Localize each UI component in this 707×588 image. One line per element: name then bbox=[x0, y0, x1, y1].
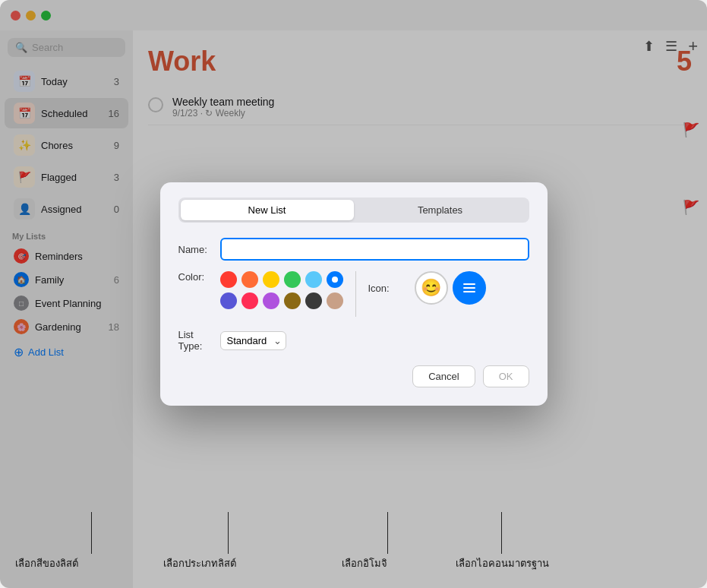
list-type-select[interactable]: Standard Grocery bbox=[220, 331, 286, 350]
list-icon-button[interactable] bbox=[453, 271, 486, 305]
color-red[interactable] bbox=[220, 271, 237, 288]
cancel-button[interactable]: Cancel bbox=[412, 365, 475, 387]
list-type-select-wrapper: Standard Grocery bbox=[220, 331, 286, 350]
name-row: Name: bbox=[178, 238, 529, 261]
svg-rect-0 bbox=[463, 283, 475, 285]
color-icon-divider bbox=[355, 271, 356, 317]
list-type-label: List Type: bbox=[178, 329, 220, 352]
icon-label: Icon: bbox=[368, 283, 410, 294]
list-type-row: List Type: Standard Grocery bbox=[178, 329, 529, 352]
color-icon-row: Color: bbox=[178, 271, 529, 317]
color-dark[interactable] bbox=[305, 292, 322, 309]
color-pink[interactable] bbox=[241, 292, 258, 309]
color-green[interactable] bbox=[284, 271, 301, 288]
ok-button[interactable]: OK bbox=[483, 365, 529, 387]
color-orange[interactable] bbox=[241, 271, 258, 288]
color-indigo[interactable] bbox=[220, 292, 237, 309]
new-list-dialog: New List Templates Name: Color: bbox=[160, 182, 548, 406]
color-light-blue[interactable] bbox=[305, 271, 322, 288]
dialog-tabs: New List Templates bbox=[178, 198, 529, 223]
name-label: Name: bbox=[178, 244, 220, 255]
color-picker bbox=[220, 271, 343, 309]
tab-templates[interactable]: Templates bbox=[354, 200, 527, 220]
name-input[interactable] bbox=[220, 238, 529, 261]
color-blue[interactable] bbox=[327, 271, 343, 288]
svg-rect-1 bbox=[463, 287, 475, 289]
svg-rect-2 bbox=[463, 291, 475, 292]
color-label: Color: bbox=[178, 271, 220, 283]
tab-new-list[interactable]: New List bbox=[181, 200, 354, 220]
emoji-icon-button[interactable]: 😊 bbox=[415, 271, 448, 305]
color-brown[interactable] bbox=[284, 292, 301, 309]
color-yellow[interactable] bbox=[263, 271, 279, 288]
icon-section: Icon: 😊 bbox=[368, 271, 486, 305]
color-beige[interactable] bbox=[327, 292, 343, 309]
color-purple[interactable] bbox=[263, 292, 279, 309]
dialog-footer: Cancel OK bbox=[178, 365, 529, 387]
dialog-overlay: New List Templates Name: Color: bbox=[0, 0, 707, 588]
